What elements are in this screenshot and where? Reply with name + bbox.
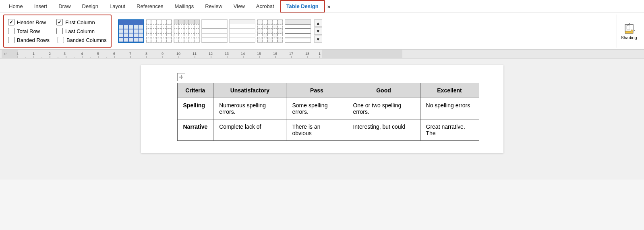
checkbox-row-2: Total Row Last Column — [8, 28, 107, 34]
table-styles-gallery: ▲ ▼ ▼ — [116, 15, 611, 48]
tab-mailings[interactable]: Mailings — [169, 1, 200, 12]
gallery-scroll-down[interactable]: ▼ — [314, 27, 322, 35]
svg-rect-49 — [2, 50, 18, 59]
table-cell-good-1[interactable]: One or two spelling errors. — [347, 98, 420, 119]
svg-text:8: 8 — [145, 52, 147, 56]
table-style-5[interactable] — [229, 19, 255, 43]
table-cell-unsatisfactory-2[interactable]: Complete lack of — [213, 119, 286, 141]
gallery-more[interactable]: ▼ — [314, 36, 322, 43]
svg-text:18: 18 — [305, 52, 309, 56]
table-header-good: Good — [347, 83, 420, 98]
gallery-scroll-up[interactable]: ▲ — [314, 19, 322, 27]
svg-text:3: 3 — [64, 52, 66, 56]
table-cell-criteria-2[interactable]: Narrative — [177, 119, 213, 141]
svg-text:14: 14 — [241, 52, 245, 56]
svg-text:17: 17 — [289, 52, 293, 56]
tab-acrobat[interactable]: Acrobat — [251, 1, 280, 12]
table-header-unsatisfactory: Unsatisfactory — [213, 83, 286, 98]
ruler-inner: ↵ 1 1 2 3 4 5 6 7 8 — [2, 50, 642, 58]
first-column-option[interactable]: First Column — [56, 19, 97, 25]
table-style-6[interactable] — [257, 19, 283, 43]
table-header-row: Criteria Unsatisfactory Pass Good Excell… — [177, 83, 479, 98]
tab-table-design[interactable]: Table Design — [280, 0, 325, 13]
table-cell-good-2[interactable]: Interesting, but could — [347, 119, 420, 141]
table-header-pass: Pass — [286, 83, 347, 98]
svg-text:1: 1 — [319, 52, 321, 56]
shading-icon — [623, 22, 636, 35]
table-style-4[interactable] — [201, 19, 228, 43]
table-style-1[interactable] — [118, 19, 144, 43]
svg-text:16: 16 — [273, 52, 277, 56]
ribbon-divider — [614, 16, 614, 46]
banded-columns-option[interactable]: Banded Columns — [58, 37, 107, 43]
table-cell-criteria-1[interactable]: Spelling — [177, 98, 213, 119]
svg-rect-50 — [322, 50, 402, 59]
table-style-2[interactable] — [146, 19, 172, 43]
table-row: Narrative Complete lack of There is an o… — [177, 119, 479, 141]
svg-text:13: 13 — [225, 52, 229, 56]
banded-columns-label: Banded Columns — [66, 37, 107, 43]
last-column-option[interactable]: Last Column — [56, 28, 97, 34]
svg-text:11: 11 — [193, 52, 197, 56]
total-row-checkbox[interactable] — [8, 28, 14, 34]
svg-text:4: 4 — [81, 52, 83, 56]
checkbox-row-3: Banded Rows Banded Columns — [8, 37, 107, 43]
table-row: Spelling Numerous spelling errors. Some … — [177, 98, 479, 119]
last-column-checkbox[interactable] — [56, 28, 63, 34]
svg-text:10: 10 — [176, 52, 180, 56]
svg-text:7: 7 — [129, 52, 131, 56]
svg-point-1 — [632, 30, 633, 31]
svg-text:15: 15 — [257, 52, 261, 56]
svg-text:6: 6 — [113, 52, 115, 56]
banded-rows-label: Banded Rows — [17, 37, 50, 43]
banded-rows-checkbox[interactable] — [8, 37, 14, 43]
table-style-options-group: Header Row First Column Total Row Last C… — [3, 15, 112, 48]
gallery-nav: ▲ ▼ ▼ — [314, 19, 322, 43]
table-cell-unsatisfactory-1[interactable]: Numerous spelling errors. — [213, 98, 286, 119]
banded-columns-checkbox[interactable] — [58, 37, 64, 43]
ruler: ↵ 1 1 2 3 4 5 6 7 8 — [0, 50, 644, 59]
shading-label: Shading — [621, 35, 637, 40]
tab-review[interactable]: Review — [199, 1, 228, 12]
table-cell-excellent-2[interactable]: Great narrative. The — [420, 119, 479, 141]
table-cell-excellent-1[interactable]: No spelling errors — [420, 98, 479, 119]
first-column-checkbox[interactable] — [56, 19, 63, 25]
tab-draw[interactable]: Draw — [53, 1, 76, 12]
ribbon-overflow-icon[interactable]: » — [325, 3, 333, 10]
svg-text:5: 5 — [97, 52, 99, 56]
header-row-label: Header Row — [17, 19, 46, 25]
tab-design[interactable]: Design — [77, 1, 104, 12]
document-area: ✛ Criteria Unsatisfactory Pass Good Exce… — [0, 59, 644, 180]
svg-text:1: 1 — [33, 52, 35, 56]
tab-references[interactable]: References — [131, 1, 169, 12]
document-table: Criteria Unsatisfactory Pass Good Excell… — [177, 83, 479, 141]
header-row-option[interactable]: Header Row — [8, 19, 48, 25]
last-column-label: Last Column — [65, 28, 95, 34]
table-style-3[interactable] — [174, 19, 200, 43]
header-row-checkbox[interactable] — [8, 19, 14, 25]
total-row-label: Total Row — [17, 28, 40, 34]
svg-text:9: 9 — [162, 52, 164, 56]
table-cell-pass-2[interactable]: There is an obvious — [286, 119, 347, 141]
svg-text:2: 2 — [49, 52, 51, 56]
tab-home[interactable]: Home — [3, 1, 29, 12]
banded-rows-option[interactable]: Banded Rows — [8, 37, 50, 43]
checkbox-row-1: Header Row First Column — [8, 19, 107, 25]
table-style-7[interactable] — [285, 19, 311, 43]
document-page: ✛ Criteria Unsatisfactory Pass Good Exce… — [141, 65, 503, 153]
table-header-criteria: Criteria — [177, 83, 213, 98]
tab-view[interactable]: View — [228, 1, 251, 12]
table-header-excellent: Excellent — [420, 83, 479, 98]
total-row-option[interactable]: Total Row — [8, 28, 48, 34]
move-handle-icon: ✛ — [179, 74, 184, 80]
tab-layout[interactable]: Layout — [104, 1, 131, 12]
shading-section: Shading — [617, 15, 641, 48]
first-column-label: First Column — [65, 19, 95, 25]
tab-insert[interactable]: Insert — [29, 1, 53, 12]
table-move-handle[interactable]: ✛ — [177, 73, 185, 81]
svg-text:12: 12 — [209, 52, 213, 56]
table-cell-pass-1[interactable]: Some spelling errors. — [286, 98, 347, 119]
